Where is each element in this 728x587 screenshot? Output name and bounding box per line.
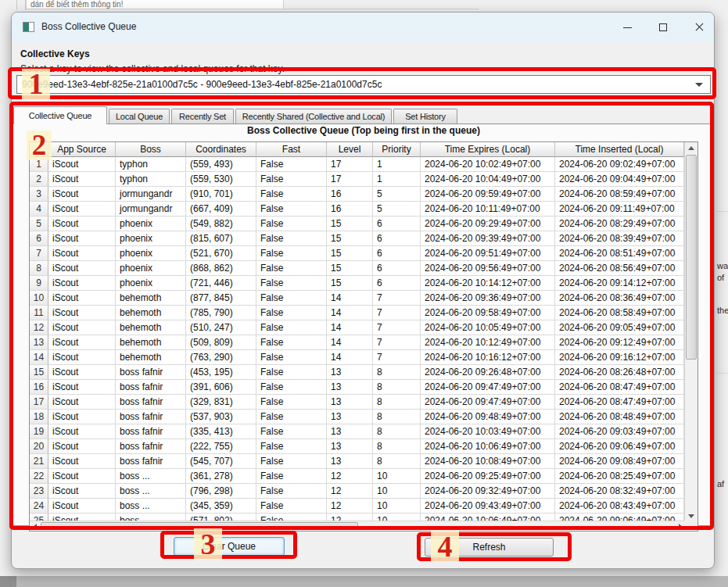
table-cell: boss fafnir <box>116 395 186 410</box>
tab-collective-queue[interactable]: Collective Queue <box>13 106 107 124</box>
column-header-fast[interactable]: Fast <box>256 142 327 157</box>
table-cell: 2024-06-20 09:58:49+07:00 <box>421 306 555 320</box>
row-number-cell: 16 <box>30 380 48 395</box>
table-row[interactable]: 22iScoutboss ...(361, 278)False12102024-… <box>30 469 684 484</box>
window-title: Boss Collective Queue <box>41 13 136 41</box>
table-cell: 13 <box>327 380 373 395</box>
table-row[interactable]: 10iScoutbehemoth(877, 845)False1472024-0… <box>30 291 684 306</box>
table-row[interactable]: 3iScoutjormungandr(910, 701)False1652024… <box>30 187 684 202</box>
table-cell: boss fafnir <box>116 410 186 424</box>
row-number-cell: 19 <box>30 424 48 439</box>
table-row[interactable]: 4iScoutjormungandr(667, 409)False1652024… <box>30 202 684 217</box>
title-bar[interactable]: Boss Collective Queue <box>12 13 714 41</box>
refresh-button[interactable]: Refresh <box>425 538 554 557</box>
table-row[interactable]: 5iScoutphoenix(549, 882)False1562024-06-… <box>30 217 684 231</box>
table-cell: (571, 802) <box>186 514 256 521</box>
table-cell: 2024-06-20 08:58:49+07:00 <box>555 306 684 320</box>
key-selector-dropdown[interactable]: 900e9eed-13e3-4ebf-825e-21a0100d7c5c - 9… <box>16 75 711 94</box>
horizontal-scrollbar[interactable] <box>30 521 686 531</box>
column-header-coordinates[interactable]: Coordinates <box>186 142 256 157</box>
table-cell: False <box>256 291 327 306</box>
table-row[interactable]: 16iScoutboss fafnir(391, 606)False138202… <box>30 380 684 395</box>
tab-local-queue[interactable]: Local Queue <box>109 109 170 123</box>
scroll-left-icon[interactable] <box>33 524 37 530</box>
maximize-button[interactable] <box>647 13 680 41</box>
table-cell: 2024-06-20 10:16:12+07:00 <box>421 350 555 365</box>
table-row[interactable]: 20iScoutboss fafnir(222, 755)False138202… <box>30 439 684 454</box>
table-cell: iScout <box>48 187 116 202</box>
table-row[interactable]: 12iScoutbehemoth(510, 247)False1472024-0… <box>30 320 684 335</box>
scroll-right-icon[interactable] <box>679 524 683 530</box>
table-cell: 7 <box>373 350 421 365</box>
table-row[interactable]: 24iScoutboss ...(345, 359)False12102024-… <box>30 499 684 514</box>
table-row[interactable]: 6iScoutphoenix(815, 607)False1562024-06-… <box>30 231 684 246</box>
row-number-cell: 25 <box>30 514 48 521</box>
boss-collective-queue-dialog: Boss Collective Queue Collective Keys Se… <box>11 12 715 569</box>
table-header-row: App SourceBossCoordinatesFastLevelPriori… <box>30 142 684 157</box>
column-header-time-expires-local-[interactable]: Time Expires (Local) <box>421 142 555 157</box>
table-cell: 2024-06-20 09:16:12+07:00 <box>555 350 684 365</box>
table-cell: 2024-06-20 10:06:49+07:00 <box>421 514 555 521</box>
table-cell: False <box>256 335 327 350</box>
row-number-cell: 20 <box>30 439 48 454</box>
table-row[interactable]: 23iScoutboss ...(796, 298)False12102024-… <box>30 484 684 499</box>
table-cell: iScout <box>48 202 116 217</box>
table-cell: 12 <box>327 469 373 484</box>
scroll-up-icon[interactable] <box>688 146 694 150</box>
row-number-cell: 23 <box>30 484 48 499</box>
table-row[interactable]: 9iScoutphoenix(721, 446)False1562024-06-… <box>30 276 684 291</box>
table-cell: 15 <box>327 246 373 261</box>
vertical-scrollbar[interactable] <box>684 142 698 522</box>
table-cell: 2024-06-20 08:32:49+07:00 <box>555 484 684 499</box>
table-row[interactable]: 1iScouttyphon(559, 493)False1712024-06-2… <box>30 157 684 172</box>
table-row[interactable]: 15iScoutboss fafnir(453, 195)False138202… <box>30 365 684 380</box>
tab-recently-shared-collective-and-local-[interactable]: Recently Shared (Collective and Local) <box>235 109 392 123</box>
table-cell: iScout <box>48 454 116 469</box>
table-cell: False <box>256 276 327 291</box>
column-header-level[interactable]: Level <box>327 142 373 157</box>
table-cell: 8 <box>373 380 421 395</box>
table-row[interactable]: 13iScoutbehemoth(509, 809)False1472024-0… <box>30 335 684 350</box>
table-cell: 2024-06-20 08:51:49+07:00 <box>555 246 684 261</box>
table-row[interactable]: 17iScoutboss fafnir(329, 831)False138202… <box>30 395 684 410</box>
table-cell: boss fafnir <box>116 454 186 469</box>
table-cell: 2024-06-20 09:04:49+07:00 <box>555 172 684 187</box>
table-row[interactable]: 21iScoutboss fafnir(545, 707)False138202… <box>30 454 684 469</box>
scroll-down-icon[interactable] <box>688 514 694 518</box>
clear-queue-button[interactable]: Clear Queue <box>174 537 285 556</box>
column-header-app-source[interactable]: App Source <box>48 142 116 157</box>
tab-recently-set[interactable]: Recently Set <box>171 109 234 123</box>
table-cell: 7 <box>373 291 421 306</box>
app-icon <box>23 22 34 32</box>
table-cell: boss fafnir <box>116 365 186 380</box>
column-header-boss[interactable]: Boss <box>116 142 186 157</box>
table-cell: 2024-06-20 09:47:49+07:00 <box>421 380 555 395</box>
table-cell: False <box>256 320 327 335</box>
background-text-fragment: war <box>717 261 728 270</box>
table-cell: 2024-06-20 09:25:49+07:00 <box>421 469 555 484</box>
table-cell: behemoth <box>116 335 186 350</box>
table-cell: iScout <box>48 424 116 439</box>
table-row[interactable]: 18iScoutboss fafnir(537, 903)False138202… <box>30 410 684 424</box>
tab-set-history[interactable]: Set History <box>393 109 457 123</box>
background-window-edge <box>0 576 16 587</box>
table-row[interactable]: 2iScouttyphon(559, 530)False1712024-06-2… <box>30 172 684 187</box>
vertical-scrollbar-thumb[interactable] <box>686 155 697 360</box>
table-cell: 13 <box>327 395 373 410</box>
column-header-time-inserted-local-[interactable]: Time Inserted (Local) <box>555 142 684 157</box>
table-row[interactable]: 8iScoutphoenix(868, 862)False1562024-06-… <box>30 261 684 276</box>
table-cell: 14 <box>327 306 373 320</box>
close-button[interactable] <box>683 13 715 41</box>
table-row[interactable]: 7iScoutphoenix(521, 670)False1562024-06-… <box>30 246 684 261</box>
minimize-button[interactable] <box>611 13 644 41</box>
column-header-priority[interactable]: Priority <box>373 142 421 157</box>
horizontal-scrollbar-thumb[interactable] <box>41 522 358 530</box>
table-row[interactable]: 14iScoutbehemoth(763, 290)False1472024-0… <box>30 350 684 365</box>
table-row[interactable]: 19iScoutboss fafnir(335, 413)False138202… <box>30 424 684 439</box>
table-row[interactable]: 11iScoutbehemoth(785, 790)False1472024-0… <box>30 306 684 320</box>
table-cell: 2024-06-20 09:06:49+07:00 <box>555 514 684 521</box>
table-cell: typhon <box>116 157 186 172</box>
table-cell: 1 <box>373 172 421 187</box>
table-cell: 14 <box>327 335 373 350</box>
table-row[interactable]: 25iScoutboss ...(571, 802)False12102024-… <box>30 514 684 521</box>
